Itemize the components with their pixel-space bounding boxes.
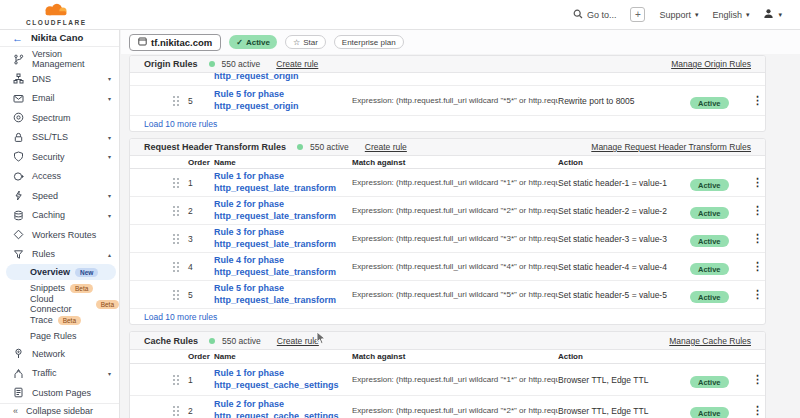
drag-handle-icon[interactable] — [172, 233, 188, 245]
search-icon — [573, 9, 583, 21]
rule-action: Set static header-3 = value-3 — [558, 234, 690, 244]
domain-selector[interactable]: tf.nikitac.com — [129, 34, 221, 51]
account-name[interactable]: Nikita Cano — [31, 32, 83, 43]
create-rule-link[interactable]: Create rule — [365, 142, 407, 152]
sidebar-item-access[interactable]: Access — [0, 167, 119, 187]
manage-rules-link[interactable]: Manage Cache Rules — [669, 336, 751, 346]
origin-rules-section: Origin Rules 550 active Create rule Mana… — [129, 55, 766, 132]
manage-rules-link[interactable]: Manage Request Header Transform Rules — [591, 142, 751, 152]
rule-order: 4 — [188, 262, 214, 272]
lock-icon — [13, 132, 24, 143]
kebab-menu-icon[interactable]: ⋮ — [742, 288, 765, 301]
rule-name-link[interactable]: Rule 1 for phase http_request_cache_sett… — [214, 368, 352, 391]
back-arrow-icon[interactable]: ← — [12, 32, 23, 44]
rule-order: 1 — [188, 375, 214, 385]
rule-name-link[interactable]: Rule 5 for phase http_request_late_trans… — [214, 283, 352, 306]
rule-order: 2 — [188, 406, 214, 416]
section-title: Cache Rules — [144, 336, 198, 346]
kebab-menu-icon[interactable]: ⋮ — [742, 232, 765, 245]
sidebar-item-custom-pages[interactable]: Custom Pages — [0, 383, 119, 403]
rule-action: Set static header-1 = value-1 — [558, 178, 690, 188]
table-row: 2 Rule 2 for phase http_request_late_tra… — [130, 197, 765, 225]
create-rule-link[interactable]: Create rule — [277, 336, 319, 346]
load-more-link[interactable]: Load 10 more rules — [130, 116, 765, 131]
rule-expression: Expression: (http.request.full_uri wildc… — [352, 262, 558, 271]
rule-action: Browser TTL, Edge TTL — [558, 406, 690, 416]
rule-order: 3 — [188, 234, 214, 244]
add-site-button[interactable]: + — [630, 7, 645, 22]
drag-handle-icon[interactable] — [172, 95, 188, 107]
manage-rules-link[interactable]: Manage Origin Rules — [671, 59, 751, 69]
database-icon — [13, 210, 24, 221]
rule-name-link[interactable]: Rule 5 for phase http_request_origin — [214, 89, 352, 112]
status-badge: Active — [690, 179, 729, 191]
traffic-icon — [13, 368, 24, 379]
sidebar-item-workers-routes[interactable]: Workers Routes — [0, 225, 119, 245]
rule-name-link[interactable]: Rule 2 for phase http_request_late_trans… — [214, 199, 352, 222]
support-menu[interactable]: Support ▾ — [659, 10, 698, 20]
sidebar-item-dns[interactable]: DNS ▾ — [0, 69, 119, 89]
language-menu[interactable]: English ▾ — [712, 10, 749, 20]
rule-name-link[interactable]: Rule 1 for phase http_request_late_trans… — [214, 171, 352, 194]
drag-handle-icon[interactable] — [172, 261, 188, 273]
table-row: 1 Rule 1 for phase http_request_late_tra… — [130, 169, 765, 197]
table-row: 5 Rule 5 for phase http_request_late_tra… — [130, 281, 765, 309]
kebab-menu-icon[interactable]: ⋮ — [742, 94, 765, 107]
rule-name-link[interactable]: Rule 4 for phase http_request_late_trans… — [214, 255, 352, 278]
sidebar-item-email[interactable]: Email ▾ — [0, 89, 119, 109]
account-menu[interactable]: ▾ — [763, 8, 782, 21]
column-match: Match against — [352, 352, 558, 361]
sidebar-item-overview[interactable]: Overview New — [6, 264, 116, 280]
column-match: Match against — [352, 158, 558, 167]
create-rule-link[interactable]: Create rule — [276, 59, 318, 69]
sidebar-item-network[interactable]: Network — [0, 344, 119, 364]
sidebar-item-caching[interactable]: Caching ▾ — [0, 206, 119, 226]
collapse-sidebar-button[interactable]: « Collapse sidebar — [0, 403, 119, 418]
dns-icon — [13, 73, 24, 84]
rule-name-link[interactable]: http_request_origin — [214, 73, 299, 83]
sidebar-item-spectrum[interactable]: Spectrum — [0, 108, 119, 128]
section-title: Request Header Transform Rules — [144, 142, 286, 152]
network-pin-icon — [13, 348, 24, 359]
sidebar-item-trace[interactable]: Trace Beta — [0, 312, 119, 328]
kebab-menu-icon[interactable]: ⋮ — [742, 204, 765, 217]
sidebar-item-cloud-connector[interactable]: Cloud Connector Beta — [0, 296, 119, 312]
sidebar-item-security[interactable]: Security ▾ — [0, 147, 119, 167]
active-count: 550 active — [222, 336, 261, 346]
drag-handle-icon[interactable] — [172, 205, 188, 217]
sidebar-nav: Version Management DNS ▾ Em — [0, 47, 119, 403]
rule-name-link[interactable]: Rule 3 for phase http_request_late_trans… — [214, 227, 352, 250]
load-more-link[interactable]: Load 10 more rules — [130, 309, 765, 324]
drag-handle-icon[interactable] — [172, 374, 188, 386]
domain-bar: tf.nikitac.com ✓ Active ☆ Star Enterpris… — [121, 30, 800, 54]
lightning-icon — [13, 190, 24, 201]
sidebar-item-rules[interactable]: Rules ▴ — [0, 245, 119, 265]
sidebar-item-version-management[interactable]: Version Management — [0, 50, 119, 70]
rule-name-link[interactable]: Rule 2 for phase http_request_cache_sett… — [214, 399, 352, 418]
drag-handle-icon[interactable] — [172, 405, 188, 417]
rule-expression: Expression: (http.request.full_uri wildc… — [352, 178, 558, 187]
kebab-menu-icon[interactable]: ⋮ — [742, 373, 765, 386]
sidebar-item-ssl-tls[interactable]: SSL/TLS ▾ — [0, 128, 119, 148]
sidebar-item-traffic[interactable]: Traffic ▾ — [0, 364, 119, 384]
kebab-menu-icon[interactable]: ⋮ — [742, 260, 765, 273]
funnel-icon — [13, 249, 24, 260]
sidebar-item-speed[interactable]: Speed ▾ — [0, 186, 119, 206]
go-to-search[interactable]: Go to... — [573, 9, 617, 21]
status-badge: Active — [690, 291, 729, 303]
cloudflare-cloud-icon — [38, 3, 74, 19]
active-dot — [297, 144, 303, 150]
cloudflare-logo[interactable]: CLOUDFLARE — [26, 3, 87, 27]
cloudflare-wordmark: CLOUDFLARE — [26, 20, 87, 27]
column-name: Name — [214, 158, 352, 167]
drag-handle-icon[interactable] — [172, 177, 188, 189]
sidebar-item-page-rules[interactable]: Page Rules — [0, 328, 119, 344]
kebab-menu-icon[interactable]: ⋮ — [742, 404, 765, 417]
plan-badge: Enterprise plan — [334, 35, 404, 49]
star-button[interactable]: ☆ Star — [285, 35, 326, 49]
drag-handle-icon[interactable] — [172, 289, 188, 301]
table-row: 3 Rule 3 for phase http_request_late_tra… — [130, 225, 765, 253]
beta-badge: Beta — [70, 284, 93, 293]
kebab-menu-icon[interactable]: ⋮ — [742, 176, 765, 189]
active-count: 550 active — [310, 142, 349, 152]
